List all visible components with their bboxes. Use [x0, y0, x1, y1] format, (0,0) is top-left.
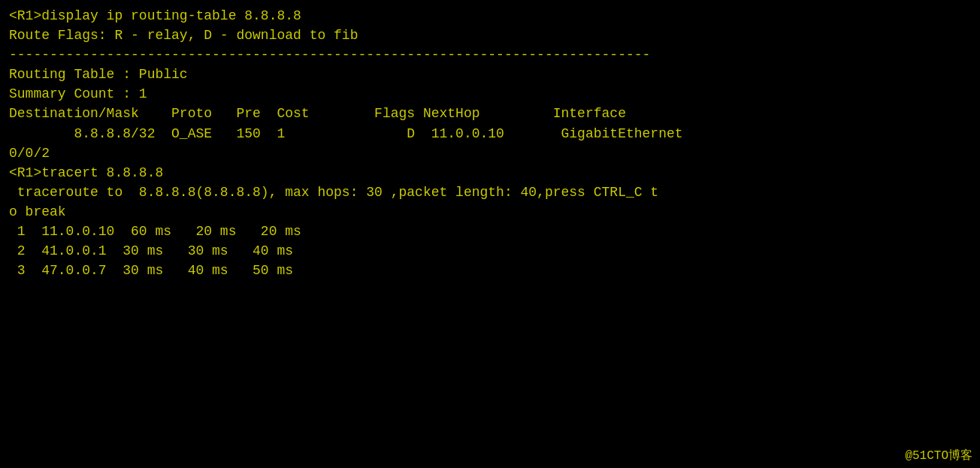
terminal-line-8: 8.8.8.8/32 O_ASE 150 1 D 11.0.0.10 Gigab… [9, 124, 971, 143]
terminal-line-2: Route Flags: R - relay, D - download to … [9, 26, 971, 45]
watermark: @51CTO博客 [905, 448, 972, 463]
terminal-line-9: 0/0/2 [9, 143, 971, 163]
terminal-line-20: 3 47.0.0.7 30 ms 40 ms 50 ms [9, 261, 971, 280]
terminal-divider: ----------------------------------------… [9, 45, 971, 65]
terminal-line-6: Destination/Mask Proto Pre Cost Flags Ne… [9, 104, 971, 123]
terminal-line-4: Routing Table : Public [9, 65, 971, 84]
terminal-line-5: Summary Count : 1 [9, 84, 971, 104]
terminal-line-14: o break [9, 202, 971, 222]
terminal-line-11: <R1>tracert 8.8.8.8 [9, 163, 971, 183]
terminal-line-18: 2 41.0.0.1 30 ms 30 ms 40 ms [9, 241, 971, 261]
terminal-line-16: 1 11.0.0.10 60 ms 20 ms 20 ms [9, 222, 971, 241]
terminal-line-1: <R1>display ip routing-table 8.8.8.8 [9, 6, 971, 26]
terminal-line-13: traceroute to 8.8.8.8(8.8.8.8), max hops… [9, 183, 971, 202]
terminal-window: <R1>display ip routing-table 8.8.8.8 Rou… [0, 0, 980, 468]
